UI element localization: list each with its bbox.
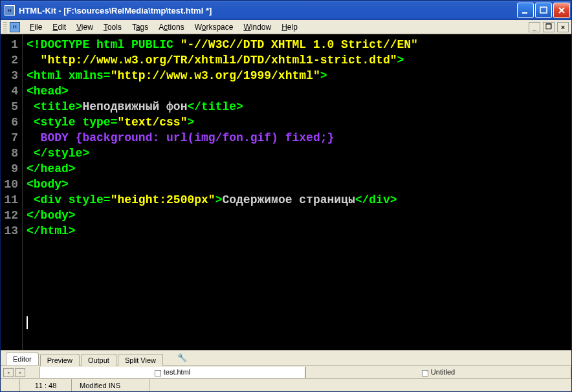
document-tab-active[interactable]: test.html [39,367,305,377]
text-cursor [27,316,28,329]
app-icon: H [5,5,15,16]
mdi-restore-button[interactable]: ❐ [543,22,555,32]
view-tabstrip: Editor Preview Output Split View 🔧 [1,350,571,365]
line-number: 12 [1,208,18,223]
menu-actions[interactable]: Actions [154,21,188,33]
statusbar: 11 : 48 Modified INS [1,378,571,391]
line-number: 5 [1,99,18,114]
line-number: 8 [1,146,18,161]
menu-view[interactable]: View [72,21,98,33]
grip-icon [3,22,7,32]
menu-window[interactable]: Window [239,21,276,33]
window-title: HTML-Kit - [F:\sources\RelMedia\tmp\test… [19,6,517,16]
line-number: 6 [1,114,18,130]
status-icon [1,379,20,391]
line-number: 13 [1,223,18,239]
cursor-position: 11 : 48 [20,379,72,391]
menu-workspace[interactable]: Workspace [190,21,238,33]
document-icon [155,370,161,376]
doc-nav-button[interactable]: ▫ [3,368,14,377]
mdi-minimize-button[interactable]: _ [529,22,540,32]
mdi-close-button[interactable]: × [557,22,569,32]
close-button[interactable] [553,3,570,18]
line-number: 1 [1,37,18,52]
line-number: 9 [1,161,18,177]
menu-tools[interactable]: Tools [99,21,126,33]
menu-file[interactable]: File [25,21,47,33]
document-icon [422,370,428,376]
svg-rect-1 [540,7,547,13]
app-menu-icon[interactable]: H [10,22,20,32]
svg-rect-0 [522,12,527,14]
document-tabs: ▫ ▫ test.html Untitled [1,365,571,378]
titlebar: H HTML-Kit - [F:\sources\RelMedia\tmp\te… [1,1,571,20]
menu-edit[interactable]: Edit [48,21,71,33]
tab-output[interactable]: Output [81,354,116,366]
maximize-button[interactable] [535,3,552,18]
line-number: 4 [1,83,18,99]
document-tab-inactive[interactable]: Untitled [305,367,571,377]
minimize-button[interactable] [517,3,534,18]
menu-help[interactable]: Help [277,21,302,33]
menu-tags[interactable]: Tags [127,21,153,33]
tab-preview[interactable]: Preview [40,354,80,366]
line-number: 3 [1,68,18,83]
line-number: 10 [1,177,18,192]
line-number: 11 [1,192,18,208]
line-number-gutter: 1 2 3 4 5 6 7 8 9 10 11 12 13 [1,34,23,350]
editor-area: 1 2 3 4 5 6 7 8 9 10 11 12 13 <!DOCTYPE … [1,34,571,350]
doc-nav-button[interactable]: ▫ [15,368,25,377]
code-editor[interactable]: <!DOCTYPE html PUBLIC "-//W3C//DTD XHTML… [23,34,571,350]
editor-mode: Modified INS [72,379,149,391]
tab-editor[interactable]: Editor [6,353,39,365]
menubar: H File Edit View Tools Tags Actions Work… [1,20,571,34]
line-number: 2 [1,52,18,68]
tab-split-view[interactable]: Split View [118,354,163,366]
line-number: 7 [1,130,18,146]
toolbar-icon[interactable]: 🔧 [177,353,188,364]
